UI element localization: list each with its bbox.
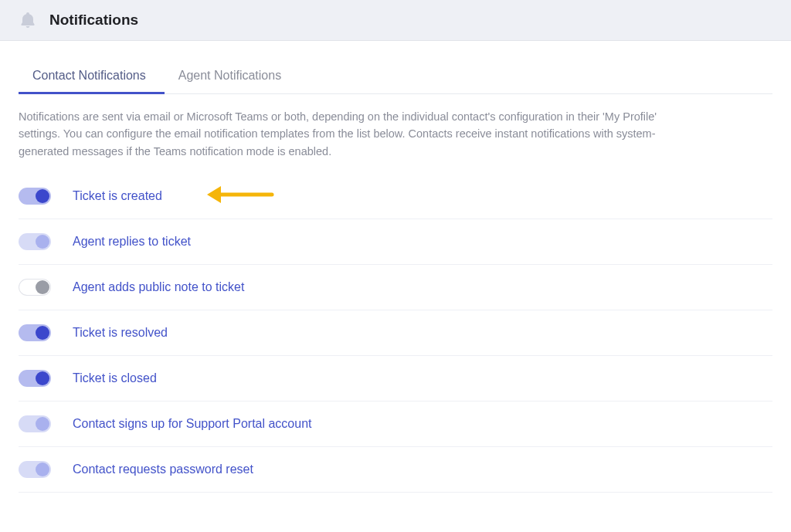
notification-label[interactable]: Agent replies to ticket xyxy=(73,235,191,249)
toggle-knob xyxy=(36,280,49,294)
notification-toggle[interactable] xyxy=(19,324,51,341)
tab-agent-notifications[interactable]: Agent Notifications xyxy=(165,58,300,93)
notification-toggle[interactable] xyxy=(19,370,51,387)
notification-label[interactable]: Ticket is resolved xyxy=(73,326,168,340)
notification-toggle[interactable] xyxy=(19,461,51,478)
bell-icon xyxy=(19,11,37,29)
tab-description: Notifications are sent via email or Micr… xyxy=(19,108,675,160)
page-title: Notifications xyxy=(49,12,138,29)
notification-row: Ticket is closed xyxy=(19,356,772,402)
tab-label: Contact Notifications xyxy=(32,69,146,82)
tabs: Contact NotificationsAgent Notifications xyxy=(19,58,772,94)
toggle-knob xyxy=(36,235,49,249)
notification-row: Agent adds public note to ticket xyxy=(19,265,772,310)
notification-row: Contact signs up for Support Portal acco… xyxy=(19,402,772,447)
arrow-annotation-icon xyxy=(204,183,275,206)
content-scrollarea[interactable]: Contact NotificationsAgent Notifications… xyxy=(0,41,791,532)
notification-label[interactable]: Ticket is created xyxy=(73,189,162,203)
toggle-knob xyxy=(36,417,49,431)
notification-label[interactable]: Contact requests password reset xyxy=(73,463,253,476)
notification-row: Contact requests password reset xyxy=(19,447,772,493)
notification-row: Ticket is created xyxy=(19,188,772,219)
tab-label: Agent Notifications xyxy=(178,69,281,82)
notification-label[interactable]: Agent adds public note to ticket xyxy=(73,280,244,294)
page-header: Notifications xyxy=(0,0,791,41)
toggle-knob xyxy=(36,326,49,340)
tab-contact-notifications[interactable]: Contact Notifications xyxy=(19,58,165,93)
notification-list: Ticket is createdAgent replies to ticket… xyxy=(19,188,772,493)
notification-toggle[interactable] xyxy=(19,415,51,432)
notification-row: Agent replies to ticket xyxy=(19,219,772,265)
notification-toggle[interactable] xyxy=(19,233,51,250)
toggle-knob xyxy=(36,463,49,476)
notification-toggle[interactable] xyxy=(19,279,51,296)
notification-label[interactable]: Contact signs up for Support Portal acco… xyxy=(73,417,312,431)
notification-label[interactable]: Ticket is closed xyxy=(73,371,157,385)
notification-row: Ticket is resolved xyxy=(19,310,772,356)
notification-toggle[interactable] xyxy=(19,188,51,205)
toggle-knob xyxy=(36,371,49,385)
toggle-knob xyxy=(36,189,49,203)
